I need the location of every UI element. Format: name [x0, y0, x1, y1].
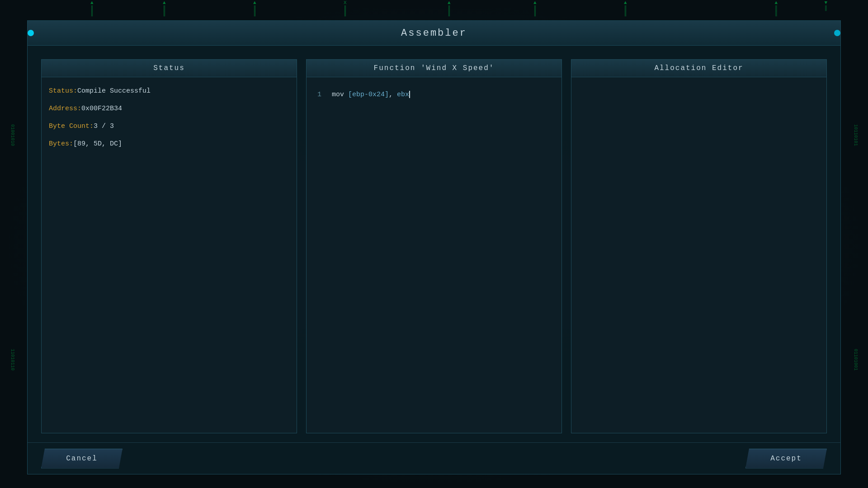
- line-number-1: 1: [317, 91, 325, 99]
- code-keyword-mov: mov: [332, 91, 348, 99]
- code-instruction: mov [ebp-0x24], ebx: [332, 91, 410, 99]
- title-bar-left-accent: [28, 30, 34, 36]
- status-line-bytecount: Byte Count:3 / 3: [49, 122, 289, 131]
- code-register-ebx: ebx: [397, 91, 409, 99]
- status-panel-title: Status: [153, 64, 185, 72]
- status-label: Status:: [49, 87, 77, 95]
- cancel-button[interactable]: Cancel: [41, 449, 123, 469]
- address-value: 0x00F22B34: [81, 105, 122, 113]
- status-line-address: Address:0x00F22B34: [49, 104, 289, 113]
- status-value: Compile Successful: [77, 87, 151, 95]
- code-area[interactable]: 1 mov [ebp-0x24], ebx: [314, 86, 554, 424]
- title-bar-right-accent: [834, 30, 840, 36]
- title-bar: Assembler: [28, 21, 840, 46]
- bytes-label: Bytes:: [49, 140, 73, 148]
- bottom-bar: Cancel Accept: [28, 442, 840, 474]
- function-panel-body[interactable]: 1 mov [ebp-0x24], ebx: [307, 77, 561, 433]
- window-title: Assembler: [401, 28, 467, 39]
- main-window: Assembler Status Status:Compile Successf…: [27, 20, 841, 474]
- function-panel: Function 'Wind X Speed' 1 mov [ebp-0x24]…: [306, 59, 562, 433]
- bytecount-value: 3 / 3: [94, 122, 114, 130]
- function-panel-title: Function 'Wind X Speed': [374, 64, 495, 72]
- allocation-panel-body: [571, 77, 826, 433]
- function-panel-header: Function 'Wind X Speed': [307, 60, 561, 77]
- accept-button[interactable]: Accept: [745, 449, 827, 469]
- code-comma: ,: [389, 91, 397, 99]
- allocation-panel-title: Allocation Editor: [654, 64, 743, 72]
- bytecount-label: Byte Count:: [49, 122, 94, 130]
- status-panel: Status Status:Compile Successful Address…: [41, 59, 297, 433]
- code-line-1: 1 mov [ebp-0x24], ebx: [317, 91, 551, 99]
- text-cursor: [409, 91, 410, 98]
- allocation-panel: Allocation Editor: [571, 59, 827, 433]
- code-memory-ref: [ebp-0x24]: [348, 91, 389, 99]
- bytes-value: [89, 5D, DC]: [73, 140, 122, 148]
- status-line-bytes: Bytes:[89, 5D, DC]: [49, 139, 289, 149]
- content-area: Status Status:Compile Successful Address…: [28, 46, 840, 442]
- status-panel-body: Status:Compile Successful Address:0x00F2…: [42, 77, 297, 433]
- status-panel-header: Status: [42, 60, 297, 77]
- status-line-status: Status:Compile Successful: [49, 86, 289, 96]
- address-label: Address:: [49, 105, 81, 113]
- allocation-panel-header: Allocation Editor: [571, 60, 826, 77]
